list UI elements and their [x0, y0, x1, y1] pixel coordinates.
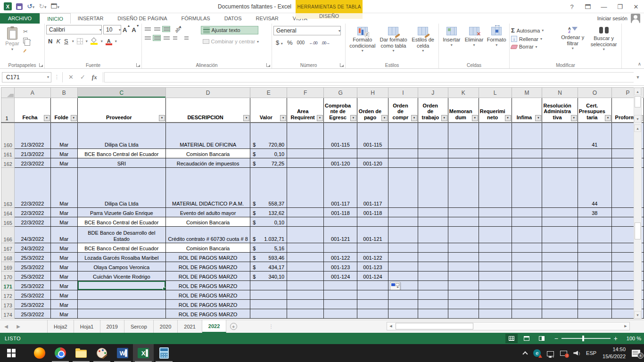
cut-button[interactable]: ✂ — [23, 28, 31, 35]
filter-icon[interactable]: ▼ — [441, 115, 447, 121]
cell-B173[interactable]: Mar — [50, 300, 77, 309]
cell-D174[interactable]: ROL DE PAGOS MARZO — [165, 309, 250, 319]
security-alert-tray-icon[interactable] — [560, 351, 567, 356]
cell-G164[interactable]: 001-118 — [324, 208, 357, 217]
scroll-thumb[interactable] — [635, 222, 641, 239]
header-cell-A1[interactable]: Fecha▼ — [14, 98, 50, 123]
cell-I171[interactable]: + — [388, 281, 418, 290]
cell-H169[interactable]: 001-123 — [357, 262, 388, 272]
cell-K172[interactable] — [448, 290, 479, 300]
cell-E164[interactable]: $132,62 — [250, 208, 287, 217]
find-select-button[interactable]: Buscar y seleccionar▾ — [587, 25, 620, 61]
font-color-button[interactable]: A — [106, 38, 112, 45]
cell-D161[interactable]: Comision Bancaria — [165, 149, 250, 158]
paste-button[interactable]: Pegar ▾ — [1, 25, 23, 61]
increase-indent-button[interactable] — [181, 35, 189, 41]
cell-J167[interactable] — [418, 243, 448, 253]
cell-F162[interactable] — [287, 158, 324, 168]
tab-insertar[interactable]: INSERTAR — [71, 13, 111, 24]
cell-G173[interactable] — [324, 300, 357, 309]
cell-H166[interactable]: 001-121 — [357, 227, 388, 243]
cell-D162[interactable]: Recaudación de impuestos — [165, 158, 250, 168]
row-header-165[interactable]: 165 — [1, 217, 15, 227]
taskbar-excel[interactable]: X — [133, 344, 154, 362]
sheet-tab-2020[interactable]: 2020 — [154, 320, 178, 333]
tab-diseno-tabla[interactable]: DISEÑO — [296, 13, 363, 19]
cell-G172[interactable] — [324, 290, 357, 300]
tray-expand-icon[interactable] — [523, 351, 528, 356]
cell-G168[interactable]: 001-122 — [324, 253, 357, 262]
cell-L160[interactable] — [479, 123, 512, 149]
cell-H160[interactable]: 001-115 — [357, 123, 388, 149]
new-sheet-button[interactable]: + — [226, 320, 240, 333]
zoom-in-button[interactable]: + — [614, 335, 618, 342]
sheet-tab-hoja1[interactable]: Hoja1 — [74, 320, 100, 333]
cell-D164[interactable]: Evento del adulto mayor — [165, 208, 250, 217]
cell-H161[interactable] — [357, 149, 388, 158]
cell-B163[interactable]: Mar — [50, 168, 77, 208]
cell-K169[interactable] — [448, 262, 479, 272]
cell-H168[interactable]: 001-122 — [357, 253, 388, 262]
clipboard-dialog-launcher[interactable] — [39, 63, 43, 67]
cell-A164[interactable]: 22/3/2022 — [14, 208, 50, 217]
row-header-172[interactable]: 172 — [1, 290, 15, 300]
tab-diseno-pagina[interactable]: DISEÑO DE PÁGINA — [110, 13, 174, 24]
conditional-formatting-button[interactable]: ≠ Formato condicional▾ — [347, 25, 378, 61]
cell-L165[interactable] — [479, 217, 512, 227]
cell-J172[interactable] — [418, 290, 448, 300]
horizontal-scrollbar[interactable]: ◀ ▶ — [387, 322, 630, 330]
cell-L168[interactable] — [479, 253, 512, 262]
sheet-tab-2022[interactable]: 2022 — [202, 320, 226, 333]
decrease-decimal-button[interactable]: .00→ — [322, 41, 330, 45]
cell-L172[interactable] — [479, 290, 512, 300]
cell-F166[interactable] — [287, 227, 324, 243]
cell-I165[interactable] — [388, 217, 418, 227]
tab-inicio[interactable]: INICIO — [40, 13, 71, 24]
cell-J164[interactable] — [418, 208, 448, 217]
cell-B174[interactable]: Mar — [50, 309, 77, 319]
cell-M169[interactable] — [512, 262, 542, 272]
cell-L169[interactable] — [479, 262, 512, 272]
cell-E162[interactable]: $72,25 — [250, 158, 287, 168]
cell-J162[interactable] — [418, 158, 448, 168]
header-cell-B1[interactable]: Folde▼ — [50, 98, 77, 123]
cell-C171[interactable] — [77, 281, 165, 290]
cell-H163[interactable]: 001-117 — [357, 168, 388, 208]
tab-formulas[interactable]: FÓRMULAS — [174, 13, 217, 24]
cell-B162[interactable]: Mar — [50, 158, 77, 168]
zoom-slider[interactable] — [561, 338, 611, 339]
cell-E166[interactable]: $1.032,71 — [250, 227, 287, 243]
decrease-indent-button[interactable] — [172, 35, 180, 41]
help-button[interactable]: ? — [564, 0, 580, 13]
cell-E165[interactable]: $0,10 — [250, 217, 287, 227]
pane-scroll-thumb[interactable] — [635, 96, 641, 107]
cell-M166[interactable] — [512, 227, 542, 243]
header-cell-F1[interactable]: Area Requirent▼ — [287, 98, 324, 123]
prev-sheet-icon[interactable]: ◀ — [0, 320, 12, 333]
cell-K160[interactable] — [448, 123, 479, 149]
cell-A173[interactable]: 25/3/2022 — [14, 300, 50, 309]
cell-E160[interactable]: $720,80 — [250, 123, 287, 149]
cell-D166[interactable]: Crédito contrato # 60730 cuota # 8 — [165, 227, 250, 243]
insert-cells-button[interactable]: Insertar▾ — [440, 25, 463, 61]
cell-J173[interactable] — [418, 300, 448, 309]
cell-G167[interactable] — [324, 243, 357, 253]
undo-icon[interactable]: ↺▾ — [27, 3, 34, 10]
filter-icon[interactable]: ▼ — [411, 115, 417, 121]
cell-J169[interactable] — [418, 262, 448, 272]
row-header-163[interactable]: 163 — [1, 168, 15, 208]
tab-datos[interactable]: DATOS — [217, 13, 249, 24]
cell-J168[interactable] — [418, 253, 448, 262]
row-header-171[interactable]: 171 — [1, 281, 15, 290]
cell-I161[interactable] — [388, 149, 418, 158]
cell-F160[interactable] — [287, 123, 324, 149]
cell-J174[interactable] — [418, 309, 448, 319]
cell-N170[interactable] — [542, 272, 578, 281]
sheet-tab-sercop[interactable]: Sercop — [124, 320, 154, 333]
header-cell-C1[interactable]: Proveedor▼ — [77, 98, 165, 123]
filter-icon[interactable]: ▼ — [44, 115, 50, 121]
cell-O161[interactable] — [578, 149, 611, 158]
cell-I166[interactable] — [388, 227, 418, 243]
column-header-C[interactable]: C — [77, 88, 165, 98]
column-header-G[interactable]: G — [324, 88, 357, 98]
